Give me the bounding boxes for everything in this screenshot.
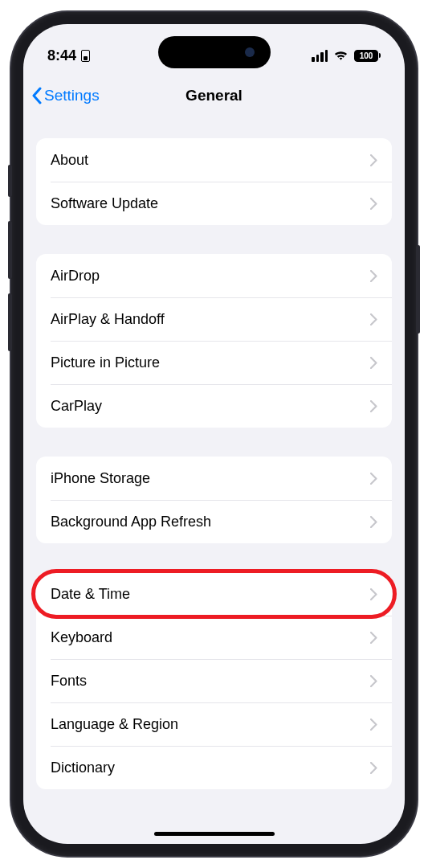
row-label: AirDrop xyxy=(51,268,100,285)
row-label: Fonts xyxy=(51,673,87,690)
row-airplay-handoff[interactable]: AirPlay & Handoff xyxy=(36,297,392,341)
row-label: Dictionary xyxy=(51,760,115,776)
phone-frame: 8:44 100 Settings xyxy=(11,12,417,856)
row-carplay[interactable]: CarPlay xyxy=(36,384,392,428)
mute-switch xyxy=(8,165,12,197)
row-language-region[interactable]: Language & Region xyxy=(36,702,392,746)
row-label: CarPlay xyxy=(51,398,102,415)
row-label: Language & Region xyxy=(51,716,178,733)
content-scroll[interactable]: AboutSoftware UpdateAirDropAirPlay & Han… xyxy=(23,119,405,844)
chevron-right-icon xyxy=(370,357,377,369)
chevron-right-icon xyxy=(370,198,377,210)
volume-up-button xyxy=(8,221,12,279)
chevron-right-icon xyxy=(370,154,377,166)
row-label: Background App Refresh xyxy=(51,514,211,530)
dynamic-island xyxy=(158,36,271,68)
chevron-right-icon xyxy=(370,270,377,282)
row-iphone-storage[interactable]: iPhone Storage xyxy=(36,457,392,500)
screen: 8:44 100 Settings xyxy=(23,24,405,844)
chevron-right-icon xyxy=(370,516,377,528)
status-time: 8:44 xyxy=(47,47,76,64)
row-label: Keyboard xyxy=(51,629,112,646)
chevron-right-icon xyxy=(370,762,377,774)
power-button xyxy=(416,245,420,334)
row-label: Date & Time xyxy=(51,586,130,603)
sim-icon xyxy=(81,50,90,62)
row-background-app-refresh[interactable]: Background App Refresh xyxy=(36,500,392,543)
row-software-update[interactable]: Software Update xyxy=(36,182,392,225)
chevron-right-icon xyxy=(370,675,377,687)
home-indicator[interactable] xyxy=(154,832,275,836)
settings-group: AirDropAirPlay & HandoffPicture in Pictu… xyxy=(36,254,392,428)
row-dictionary[interactable]: Dictionary xyxy=(36,746,392,789)
chevron-right-icon xyxy=(370,588,377,600)
settings-group: AboutSoftware Update xyxy=(36,138,392,225)
chevron-left-icon xyxy=(31,87,43,104)
row-fonts[interactable]: Fonts xyxy=(36,659,392,702)
row-label: About xyxy=(51,152,88,169)
cellular-signal-icon xyxy=(312,50,328,62)
row-keyboard[interactable]: Keyboard xyxy=(36,616,392,659)
chevron-right-icon xyxy=(370,473,377,485)
settings-group: iPhone StorageBackground App Refresh xyxy=(36,457,392,543)
battery-level: 100 xyxy=(354,50,378,62)
wifi-icon xyxy=(333,50,349,61)
settings-group: Date & TimeKeyboardFontsLanguage & Regio… xyxy=(36,572,392,789)
chevron-right-icon xyxy=(370,313,377,326)
row-about[interactable]: About xyxy=(36,138,392,182)
row-airdrop[interactable]: AirDrop xyxy=(36,254,392,297)
row-date-time[interactable]: Date & Time xyxy=(36,572,392,616)
row-picture-in-picture[interactable]: Picture in Picture xyxy=(36,341,392,384)
chevron-right-icon xyxy=(370,400,377,412)
chevron-right-icon xyxy=(370,719,377,731)
page-title: General xyxy=(185,87,243,104)
row-label: Software Update xyxy=(51,195,158,212)
back-label: Settings xyxy=(44,87,100,104)
nav-bar: Settings General xyxy=(23,72,405,119)
row-label: iPhone Storage xyxy=(51,470,150,487)
row-label: Picture in Picture xyxy=(51,354,160,371)
volume-down-button xyxy=(8,293,12,351)
battery-icon: 100 xyxy=(354,50,381,62)
back-button[interactable]: Settings xyxy=(31,87,100,104)
row-label: AirPlay & Handoff xyxy=(51,311,165,328)
chevron-right-icon xyxy=(370,632,377,644)
